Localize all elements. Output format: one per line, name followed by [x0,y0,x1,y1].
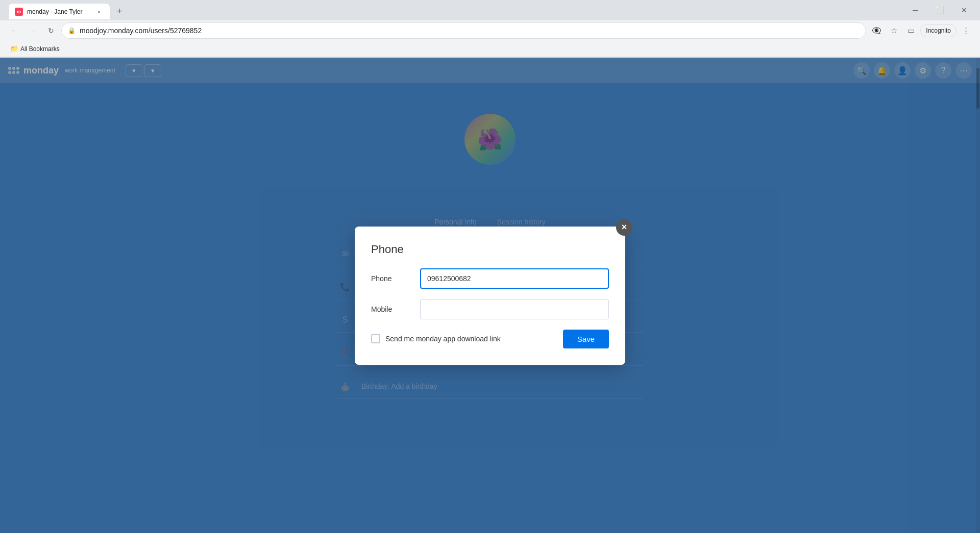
mobile-form-row: Mobile [371,299,609,319]
forward-button[interactable]: → [24,22,41,39]
download-link-checkbox[interactable] [371,334,380,343]
save-button[interactable]: Save [563,330,609,348]
back-button[interactable]: ← [6,22,22,39]
modal-footer: Send me monday app download link Save [371,330,609,348]
reload-button[interactable]: ↻ [43,22,59,39]
bookmarks-label: All Bookmarks [20,45,60,53]
eye-slash-icon[interactable]: 👁‍🗨 [868,22,885,39]
browser-titlebar: m monday - Jane Tyler × + ─ ⬜ ✕ [0,0,980,20]
tabs-bar: m monday - Jane Tyler × + [4,1,901,19]
minimize-button[interactable]: ─ [903,3,927,18]
checkbox-area: Send me monday app download link [371,334,501,343]
window-controls: ─ ⬜ ✕ [903,3,976,18]
sidebar-icon[interactable]: ▭ [903,22,919,39]
modal-backdrop: × Phone Phone Mobile Send me monday app … [0,58,980,533]
profile-button[interactable]: Incognito [920,24,957,37]
modal-close-button[interactable]: × [616,219,632,236]
window-close-button[interactable]: ✕ [952,3,976,18]
mobile-input[interactable] [420,299,609,319]
new-tab-button[interactable]: + [112,4,127,18]
browser-chrome: m monday - Jane Tyler × + ─ ⬜ ✕ ← → ↻ 🔒 … [0,0,980,58]
tab-title: monday - Jane Tyler [27,8,90,15]
tab-close-btn[interactable]: × [94,7,104,16]
phone-modal: × Phone Phone Mobile Send me monday app … [355,227,625,365]
address-text: moodjoy.monday.com/users/52769852 [80,27,860,35]
bookmarks-bar: 📁 All Bookmarks [0,41,980,57]
address-bar[interactable]: 🔒 moodjoy.monday.com/users/52769852 [61,22,866,39]
folder-icon: 📁 [10,45,18,53]
profile-label: Incognito [926,27,951,34]
bookmark-star-icon[interactable]: ☆ [886,22,902,39]
browser-tab[interactable]: m monday - Jane Tyler × [8,3,110,19]
phone-label: Phone [371,274,412,283]
lock-icon: 🔒 [68,27,76,34]
menu-icon[interactable]: ⋮ [958,22,974,39]
phone-form-row: Phone [371,268,609,289]
browser-toolbar: ← → ↻ 🔒 moodjoy.monday.com/users/5276985… [0,20,980,41]
tab-favicon: m [15,8,23,16]
page-content: monday work management ▾ ▾ 🔍 🔔 👤 ⚙ ? ⋯ 🌺… [0,58,980,533]
mobile-label: Mobile [371,305,412,313]
toolbar-actions: 👁‍🗨 ☆ ▭ Incognito ⋮ [868,22,974,39]
bookmarks-folder[interactable]: 📁 All Bookmarks [6,43,64,55]
phone-input[interactable] [420,268,609,289]
modal-title: Phone [371,243,609,256]
checkbox-label: Send me monday app download link [385,335,501,343]
maximize-button[interactable]: ⬜ [928,3,951,18]
